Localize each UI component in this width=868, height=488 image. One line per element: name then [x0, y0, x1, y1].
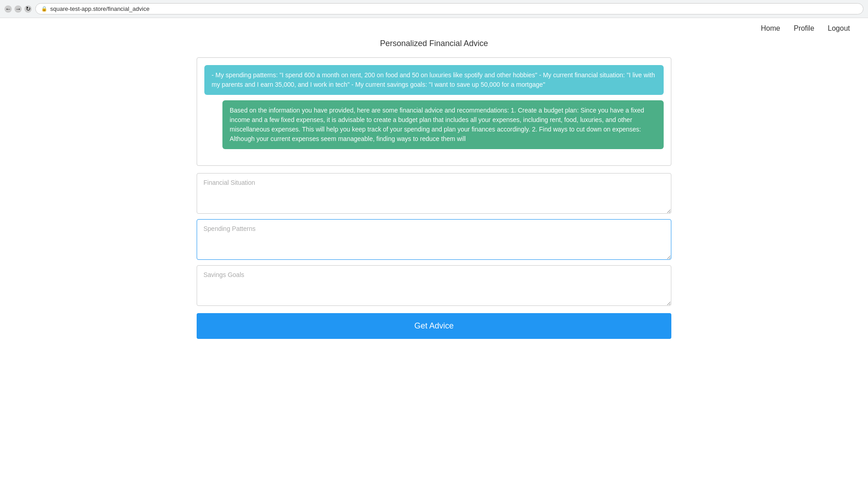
main-content: Personalized Financial Advice - My spend… [188, 39, 680, 357]
savings-goals-input[interactable] [197, 265, 671, 306]
financial-situation-input[interactable] [197, 173, 671, 214]
browser-controls: ← → ↻ [5, 5, 32, 13]
lock-icon: 🔒 [41, 6, 47, 12]
user-message: - My spending patterns: "I spend 600 a m… [204, 65, 664, 95]
address-bar[interactable]: 🔒 square-test-app.store/financial_advice [35, 3, 863, 14]
nav-logout[interactable]: Logout [828, 24, 850, 33]
forward-button[interactable]: → [14, 5, 22, 13]
url-text: square-test-app.store/financial_advice [50, 5, 150, 12]
nav-profile[interactable]: Profile [794, 24, 814, 33]
browser-chrome: ← → ↻ 🔒 square-test-app.store/financial_… [0, 0, 868, 18]
navbar: Home Profile Logout [0, 18, 868, 39]
spending-patterns-input[interactable] [197, 219, 671, 260]
page-title: Personalized Financial Advice [197, 39, 671, 48]
back-button[interactable]: ← [5, 5, 12, 13]
nav-home[interactable]: Home [761, 24, 780, 33]
ai-message: Based on the information you have provid… [222, 100, 664, 149]
get-advice-button[interactable]: Get Advice [197, 313, 671, 339]
chat-container: - My spending patterns: "I spend 600 a m… [197, 57, 671, 166]
reload-button[interactable]: ↻ [24, 5, 32, 13]
form-section: Get Advice [197, 173, 671, 339]
